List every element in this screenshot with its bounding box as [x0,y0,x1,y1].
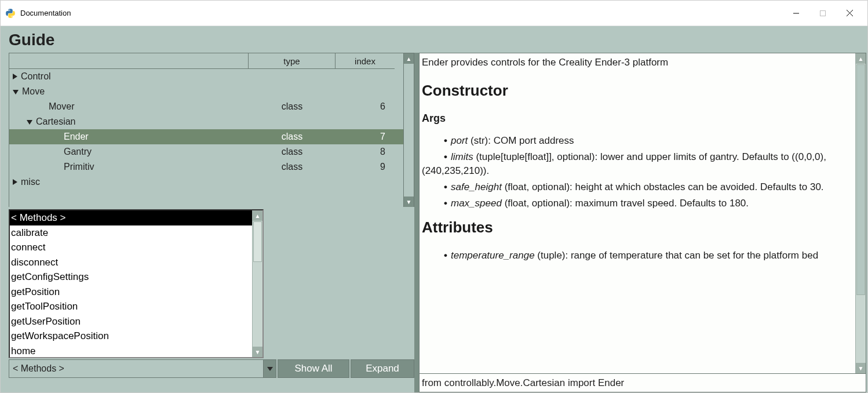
tree-row-type: class [249,132,335,142]
doc-view[interactable]: Ender provides controls for the Creality… [419,53,866,374]
svg-rect-1 [820,10,826,16]
chevron-down-icon[interactable] [13,90,19,94]
tree-row-label: Cartesian [36,117,75,127]
scroll-down-icon[interactable]: ▼ [253,347,262,357]
tree-row-cartesian[interactable]: Cartesian [9,114,403,129]
methods-scrollbar[interactable]: ▲ ▼ [252,210,262,357]
tree-row-label: Primitiv [64,162,94,172]
dropdown-arrow-icon[interactable] [264,359,276,378]
tree-row-gantry[interactable]: Gantryclass8 [9,144,403,159]
attrs-list: •temperature_range (tuple): range of tem… [422,249,851,263]
doc-content: Ender provides controls for the Creality… [420,53,855,373]
tree-row-label: Move [22,86,45,97]
method-item-home[interactable]: home [10,344,252,358]
tree-row-label: Mover [49,101,74,112]
chevron-right-icon[interactable] [13,179,17,185]
tree-row-type: class [249,101,335,112]
guide-title: Guide [1,26,867,53]
scroll-thumb[interactable] [856,64,865,295]
arg-item: •safe_height (float, optional): height a… [422,180,851,194]
import-line[interactable]: from controllably.Move.Cartesian import … [419,374,866,392]
right-pane: Ender provides controls for the Creality… [419,53,867,392]
window: Documentation Guide type [0,0,868,393]
show-all-button[interactable]: Show All [278,359,349,378]
tree-col-index[interactable]: index [335,53,395,69]
titlebar: Documentation [1,1,867,26]
python-icon [5,8,16,19]
doc-h-constructor: Constructor [422,80,851,101]
close-button[interactable] [836,4,863,23]
tree-row-control[interactable]: Control [9,69,403,84]
method-item-getConfigSettings[interactable]: getConfigSettings [10,270,252,285]
tree-row-label: misc [21,177,40,187]
method-item-getUserPosition[interactable]: getUserPosition [10,314,252,329]
doc-intro: Ender provides controls for the Creality… [422,56,851,70]
method-item-calibrate[interactable]: calibrate [10,225,252,241]
splitter[interactable] [414,53,419,392]
scroll-up-icon[interactable]: ▲ [253,210,262,221]
tree-row-index: 8 [335,147,395,157]
tree-view[interactable]: type index ControlMoveMoverclass6Cartesi… [9,53,414,207]
tree-row-misc[interactable]: misc [9,174,403,190]
attr-item: •temperature_range (tuple): range of tem… [422,249,851,263]
methods-panel: < Methods >calibrateconnectdisconnectget… [9,209,414,358]
tree-row-mover[interactable]: Moverclass6 [9,99,403,114]
tree-row-ender[interactable]: Enderclass7 [9,129,403,144]
tree-header: type index [9,53,403,69]
tree-row-move[interactable]: Move [9,84,403,99]
window-title: Documentation [20,9,71,17]
tree-col-type[interactable]: type [249,53,335,69]
tree-row-primitiv[interactable]: Primitivclass9 [9,159,403,174]
tree-col-name[interactable] [9,53,249,69]
method-item-connect[interactable]: connect [10,240,252,255]
tree-row-index: 7 [335,132,395,142]
tree-row-index: 9 [335,162,395,172]
method-item-getPosition[interactable]: getPosition [10,285,252,300]
doc-scrollbar[interactable]: ▲ ▼ [855,53,866,373]
app-body: Guide type index ControlMoveMoverclass6C… [1,26,867,392]
main-split: type index ControlMoveMoverclass6Cartesi… [1,53,867,392]
scroll-up-icon[interactable]: ▲ [404,53,414,64]
scroll-up-icon[interactable]: ▲ [856,53,866,64]
methods-header[interactable]: < Methods > [10,210,252,225]
chevron-down-icon[interactable] [27,120,32,125]
bottom-bar: < Methods > Show All Expand [9,359,414,378]
left-pane: type index ControlMoveMoverclass6Cartesi… [1,53,414,392]
tree-row-label: Control [21,71,51,82]
args-list: •port (str): COM port address •limits (t… [422,134,851,210]
methods-listbox[interactable]: < Methods >calibrateconnectdisconnectget… [9,209,264,358]
status-dropdown[interactable]: < Methods > [9,359,264,378]
scroll-down-icon[interactable]: ▼ [856,363,866,373]
maximize-button[interactable] [809,4,836,23]
arg-item: •limits (tuple[tuple[float]], optional):… [422,150,851,178]
arg-item: •port (str): COM port address [422,134,851,148]
tree-row-label: Gantry [64,147,92,157]
minimize-button[interactable] [783,4,809,23]
method-item-getWorkspacePosition[interactable]: getWorkspacePosition [10,329,252,344]
tree-row-type: class [249,147,335,157]
method-item-getToolPosition[interactable]: getToolPosition [10,299,252,314]
method-item-disconnect[interactable]: disconnect [10,255,252,270]
scroll-down-icon[interactable]: ▼ [404,196,414,207]
window-controls [783,4,863,23]
doc-h-args: Args [422,111,851,126]
tree-row-type: class [249,162,335,172]
scroll-thumb[interactable] [253,221,262,262]
expand-button[interactable]: Expand [351,359,414,378]
doc-h-attributes: Attributes [422,217,851,238]
chevron-right-icon[interactable] [13,74,17,79]
arg-item: •max_speed (float, optional): maximum tr… [422,196,851,210]
tree-scrollbar[interactable]: ▲ ▼ [403,53,414,207]
tree-row-label: Ender [64,132,89,142]
tree-row-index: 6 [335,101,395,112]
